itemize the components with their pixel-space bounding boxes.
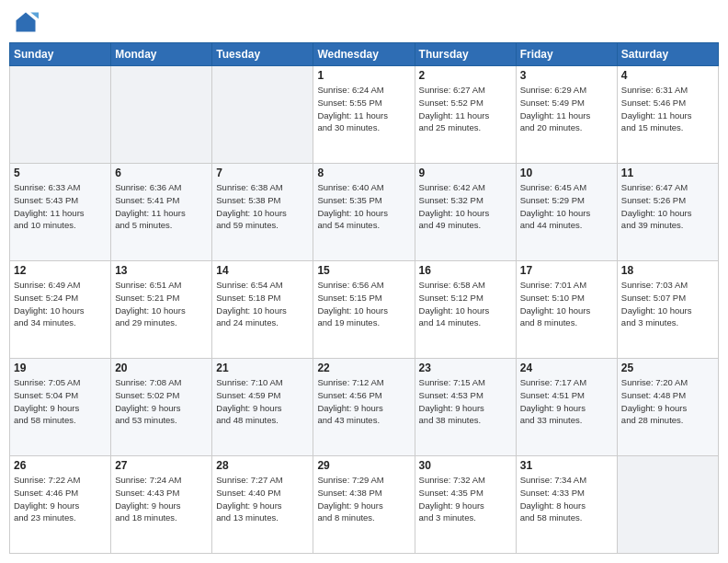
calendar-cell: 25Sunrise: 7:20 AM Sunset: 4:48 PM Dayli… bbox=[617, 359, 718, 456]
day-info: Sunrise: 6:49 AM Sunset: 5:24 PM Dayligh… bbox=[14, 279, 107, 329]
logo-icon bbox=[13, 9, 39, 35]
day-number: 18 bbox=[621, 264, 714, 277]
calendar-cell: 26Sunrise: 7:22 AM Sunset: 4:46 PM Dayli… bbox=[10, 456, 111, 554]
day-info: Sunrise: 7:32 AM Sunset: 4:35 PM Dayligh… bbox=[419, 474, 512, 524]
day-number: 5 bbox=[14, 167, 107, 179]
page: SundayMondayTuesdayWednesdayThursdayFrid… bbox=[0, 0, 728, 563]
calendar-cell: 29Sunrise: 7:29 AM Sunset: 4:38 PM Dayli… bbox=[313, 456, 415, 554]
day-info: Sunrise: 6:54 AM Sunset: 5:18 PM Dayligh… bbox=[216, 279, 309, 329]
calendar-cell bbox=[212, 66, 313, 164]
calendar-cell bbox=[617, 456, 718, 554]
day-number: 3 bbox=[520, 69, 613, 82]
calendar-header: SundayMondayTuesdayWednesdayThursdayFrid… bbox=[10, 43, 719, 66]
day-number: 31 bbox=[520, 459, 613, 472]
calendar-cell: 7Sunrise: 6:38 AM Sunset: 5:38 PM Daylig… bbox=[212, 164, 313, 261]
calendar-week-0: 1Sunrise: 6:24 AM Sunset: 5:55 PM Daylig… bbox=[10, 66, 719, 164]
day-info: Sunrise: 7:08 AM Sunset: 5:02 PM Dayligh… bbox=[115, 376, 208, 427]
calendar-cell: 21Sunrise: 7:10 AM Sunset: 4:59 PM Dayli… bbox=[212, 359, 313, 456]
day-number: 14 bbox=[216, 264, 309, 277]
day-number: 28 bbox=[216, 459, 309, 472]
weekday-header-sunday: Sunday bbox=[10, 43, 111, 66]
day-info: Sunrise: 6:47 AM Sunset: 5:26 PM Dayligh… bbox=[621, 181, 714, 232]
day-info: Sunrise: 7:27 AM Sunset: 4:40 PM Dayligh… bbox=[216, 474, 309, 524]
calendar-cell: 14Sunrise: 6:54 AM Sunset: 5:18 PM Dayli… bbox=[212, 261, 313, 359]
calendar-week-1: 5Sunrise: 6:33 AM Sunset: 5:43 PM Daylig… bbox=[10, 164, 719, 261]
day-info: Sunrise: 7:22 AM Sunset: 4:46 PM Dayligh… bbox=[14, 474, 107, 524]
day-number: 11 bbox=[621, 167, 714, 179]
day-info: Sunrise: 7:10 AM Sunset: 4:59 PM Dayligh… bbox=[216, 376, 309, 427]
day-number: 27 bbox=[115, 459, 208, 472]
calendar-cell: 24Sunrise: 7:17 AM Sunset: 4:51 PM Dayli… bbox=[516, 359, 617, 456]
day-number: 23 bbox=[419, 362, 512, 374]
calendar-cell: 2Sunrise: 6:27 AM Sunset: 5:52 PM Daylig… bbox=[415, 66, 516, 164]
day-number: 19 bbox=[14, 362, 107, 374]
calendar-cell bbox=[111, 66, 212, 164]
weekday-header-friday: Friday bbox=[516, 43, 617, 66]
weekday-header-monday: Monday bbox=[111, 43, 212, 66]
svg-marker-0 bbox=[17, 13, 36, 32]
day-number: 13 bbox=[115, 264, 208, 277]
weekday-header-tuesday: Tuesday bbox=[212, 43, 313, 66]
calendar-cell: 20Sunrise: 7:08 AM Sunset: 5:02 PM Dayli… bbox=[111, 359, 212, 456]
day-info: Sunrise: 6:31 AM Sunset: 5:46 PM Dayligh… bbox=[621, 84, 714, 134]
header bbox=[9, 9, 719, 35]
day-info: Sunrise: 6:38 AM Sunset: 5:38 PM Dayligh… bbox=[216, 181, 309, 232]
day-number: 10 bbox=[520, 167, 613, 179]
day-info: Sunrise: 6:40 AM Sunset: 5:35 PM Dayligh… bbox=[317, 181, 410, 232]
calendar-cell: 28Sunrise: 7:27 AM Sunset: 4:40 PM Dayli… bbox=[212, 456, 313, 554]
day-number: 25 bbox=[621, 362, 714, 374]
day-info: Sunrise: 6:51 AM Sunset: 5:21 PM Dayligh… bbox=[115, 279, 208, 329]
calendar-cell: 8Sunrise: 6:40 AM Sunset: 5:35 PM Daylig… bbox=[313, 164, 415, 261]
calendar-cell: 1Sunrise: 6:24 AM Sunset: 5:55 PM Daylig… bbox=[313, 66, 415, 164]
calendar-cell: 10Sunrise: 6:45 AM Sunset: 5:29 PM Dayli… bbox=[516, 164, 617, 261]
day-info: Sunrise: 7:20 AM Sunset: 4:48 PM Dayligh… bbox=[621, 376, 714, 427]
calendar-cell: 22Sunrise: 7:12 AM Sunset: 4:56 PM Dayli… bbox=[313, 359, 415, 456]
day-number: 20 bbox=[115, 362, 208, 374]
day-number: 29 bbox=[317, 459, 410, 472]
calendar-week-2: 12Sunrise: 6:49 AM Sunset: 5:24 PM Dayli… bbox=[10, 261, 719, 359]
calendar-cell bbox=[10, 66, 111, 164]
calendar-cell: 13Sunrise: 6:51 AM Sunset: 5:21 PM Dayli… bbox=[111, 261, 212, 359]
day-info: Sunrise: 7:17 AM Sunset: 4:51 PM Dayligh… bbox=[520, 376, 613, 427]
day-number: 30 bbox=[419, 459, 512, 472]
day-info: Sunrise: 6:58 AM Sunset: 5:12 PM Dayligh… bbox=[419, 279, 512, 329]
calendar-cell: 3Sunrise: 6:29 AM Sunset: 5:49 PM Daylig… bbox=[516, 66, 617, 164]
day-info: Sunrise: 6:45 AM Sunset: 5:29 PM Dayligh… bbox=[520, 181, 613, 232]
calendar-cell: 27Sunrise: 7:24 AM Sunset: 4:43 PM Dayli… bbox=[111, 456, 212, 554]
day-number: 4 bbox=[621, 69, 714, 82]
day-info: Sunrise: 6:33 AM Sunset: 5:43 PM Dayligh… bbox=[14, 181, 107, 232]
day-info: Sunrise: 7:12 AM Sunset: 4:56 PM Dayligh… bbox=[317, 376, 410, 427]
calendar-cell: 17Sunrise: 7:01 AM Sunset: 5:10 PM Dayli… bbox=[516, 261, 617, 359]
calendar-cell: 18Sunrise: 7:03 AM Sunset: 5:07 PM Dayli… bbox=[617, 261, 718, 359]
day-number: 22 bbox=[317, 362, 410, 374]
calendar-cell: 19Sunrise: 7:05 AM Sunset: 5:04 PM Dayli… bbox=[10, 359, 111, 456]
day-info: Sunrise: 7:24 AM Sunset: 4:43 PM Dayligh… bbox=[115, 474, 208, 524]
calendar-cell: 11Sunrise: 6:47 AM Sunset: 5:26 PM Dayli… bbox=[617, 164, 718, 261]
weekday-header-thursday: Thursday bbox=[415, 43, 516, 66]
logo bbox=[13, 9, 42, 35]
calendar-table: SundayMondayTuesdayWednesdayThursdayFrid… bbox=[9, 42, 719, 554]
weekday-row: SundayMondayTuesdayWednesdayThursdayFrid… bbox=[10, 43, 719, 66]
calendar-cell: 16Sunrise: 6:58 AM Sunset: 5:12 PM Dayli… bbox=[415, 261, 516, 359]
calendar-cell: 15Sunrise: 6:56 AM Sunset: 5:15 PM Dayli… bbox=[313, 261, 415, 359]
day-info: Sunrise: 6:27 AM Sunset: 5:52 PM Dayligh… bbox=[419, 84, 512, 134]
day-number: 1 bbox=[317, 69, 410, 82]
day-info: Sunrise: 7:34 AM Sunset: 4:33 PM Dayligh… bbox=[520, 474, 613, 524]
day-info: Sunrise: 7:15 AM Sunset: 4:53 PM Dayligh… bbox=[419, 376, 512, 427]
calendar-cell: 9Sunrise: 6:42 AM Sunset: 5:32 PM Daylig… bbox=[415, 164, 516, 261]
day-info: Sunrise: 7:05 AM Sunset: 5:04 PM Dayligh… bbox=[14, 376, 107, 427]
day-number: 26 bbox=[14, 459, 107, 472]
day-number: 21 bbox=[216, 362, 309, 374]
day-number: 15 bbox=[317, 264, 410, 277]
day-info: Sunrise: 6:24 AM Sunset: 5:55 PM Dayligh… bbox=[317, 84, 410, 134]
day-number: 16 bbox=[419, 264, 512, 277]
calendar-week-4: 26Sunrise: 7:22 AM Sunset: 4:46 PM Dayli… bbox=[10, 456, 719, 554]
day-info: Sunrise: 7:01 AM Sunset: 5:10 PM Dayligh… bbox=[520, 279, 613, 329]
calendar-cell: 12Sunrise: 6:49 AM Sunset: 5:24 PM Dayli… bbox=[10, 261, 111, 359]
day-info: Sunrise: 7:03 AM Sunset: 5:07 PM Dayligh… bbox=[621, 279, 714, 329]
day-number: 12 bbox=[14, 264, 107, 277]
calendar-cell: 31Sunrise: 7:34 AM Sunset: 4:33 PM Dayli… bbox=[516, 456, 617, 554]
weekday-header-wednesday: Wednesday bbox=[313, 43, 415, 66]
day-info: Sunrise: 6:29 AM Sunset: 5:49 PM Dayligh… bbox=[520, 84, 613, 134]
day-info: Sunrise: 6:36 AM Sunset: 5:41 PM Dayligh… bbox=[115, 181, 208, 232]
